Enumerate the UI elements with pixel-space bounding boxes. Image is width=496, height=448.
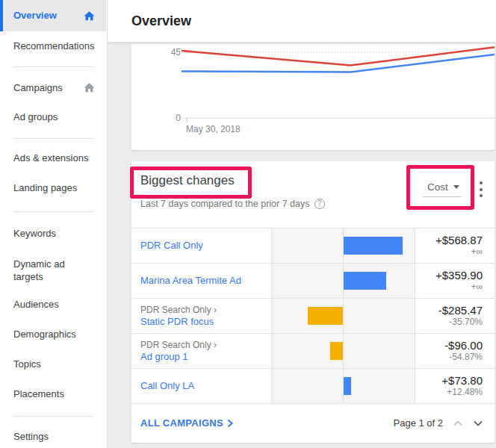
y-axis-tick-0: 0 xyxy=(160,113,181,123)
campaign-link[interactable]: PDR Call Only xyxy=(140,240,265,252)
change-percent: +∞ xyxy=(415,281,483,293)
selected-indicator xyxy=(0,0,3,31)
sidebar-item-label: Demographics xyxy=(13,329,91,340)
change-value-cell: +$359.90 +∞ xyxy=(415,264,495,298)
help-icon[interactable]: ? xyxy=(314,199,325,209)
change-value: +$568.87 xyxy=(415,234,483,246)
sidebar-item-label: Ads & extensions xyxy=(13,152,91,164)
home-icon xyxy=(83,10,96,22)
sidebar-divider xyxy=(13,138,93,139)
biggest-changes-card: Biggest changes Last 7 days compared to … xyxy=(131,161,495,443)
change-value-cell: -$96.00 -54.87% xyxy=(415,334,495,368)
campaign-name-cell: PDR Search Only › Ad group 1 xyxy=(131,334,272,368)
page-up-button[interactable] xyxy=(453,420,463,427)
change-bar xyxy=(330,342,343,360)
metric-selector-cost[interactable]: Cost xyxy=(423,181,461,197)
bar-axis-line xyxy=(343,334,344,368)
table-row: Marina Area Termite Ad +$359.90 +∞ xyxy=(131,264,495,299)
page-indicator: Page 1 of 2 xyxy=(394,417,444,429)
card-subtitle-text: Last 7 days compared to the prior 7 days xyxy=(140,199,310,209)
card-footer: ALL CAMPAIGNS Page 1 of 2 xyxy=(131,403,495,443)
change-bar-cell xyxy=(272,334,415,368)
sidebar-item-label: Keywords xyxy=(13,228,91,240)
changes-table: PDR Call Only +$568.87 +∞ xyxy=(131,228,495,404)
sidebar-divider xyxy=(13,66,93,67)
change-bar xyxy=(308,307,343,325)
google-ads-overview-screen: Overview Recommendations Campaigns Ad gr… xyxy=(0,0,496,448)
table-row: PDR Call Only +$568.87 +∞ xyxy=(131,228,495,264)
change-bar-cell xyxy=(272,369,415,403)
change-percent: +∞ xyxy=(415,246,483,258)
change-bar-cell xyxy=(272,299,415,333)
performance-chart-card: 45 0 May 30, 2018 xyxy=(131,44,495,150)
campaign-name-cell: Call Only LA xyxy=(131,369,272,403)
change-value-cell: -$285.47 -35.70% xyxy=(415,299,495,333)
sidebar-item-label: Ad groups xyxy=(13,111,91,123)
change-bar xyxy=(344,237,403,255)
change-value: -$285.47 xyxy=(415,304,483,317)
campaign-name-cell: Marina Area Termite Ad xyxy=(131,264,272,298)
parent-label: PDR Search Only › xyxy=(140,305,265,316)
sidebar-item-label: Settings xyxy=(13,431,91,443)
campaign-link[interactable]: Marina Area Termite Ad xyxy=(140,275,265,287)
caret-down-icon xyxy=(453,185,459,189)
sidebar: Overview Recommendations Campaigns Ad gr… xyxy=(0,0,108,448)
change-value: +$359.90 xyxy=(415,269,483,281)
page-down-button[interactable] xyxy=(473,420,483,427)
campaign-link[interactable]: Call Only LA xyxy=(140,380,265,392)
parent-label: PDR Search Only › xyxy=(140,340,265,351)
change-percent: -35.70% xyxy=(415,317,483,328)
all-campaigns-link[interactable]: ALL CAMPAIGNS xyxy=(140,417,233,429)
chevron-right-icon xyxy=(227,419,233,428)
sidebar-item-label: Placements xyxy=(13,388,91,400)
sidebar-item-overview[interactable]: Overview xyxy=(0,0,106,31)
campaign-name-cell: PDR Call Only xyxy=(131,228,272,263)
chevron-down-icon xyxy=(473,420,483,427)
ad-group-link[interactable]: Ad group 1 xyxy=(140,351,265,363)
change-bar xyxy=(344,377,351,395)
change-percent: +12.48% xyxy=(415,387,483,398)
table-row: PDR Search Only › Ad group 1 -$96.00 -54… xyxy=(131,334,495,369)
chevron-up-icon xyxy=(453,420,463,427)
sidebar-item-label: Landing pages xyxy=(13,182,91,194)
campaign-name-cell: PDR Search Only › Static PDR focus xyxy=(131,299,272,333)
metric-selector-label: Cost xyxy=(427,181,448,193)
sidebar-item-label: Topics xyxy=(13,358,91,370)
home-icon xyxy=(83,81,96,94)
red-series-line xyxy=(182,47,495,65)
kebab-menu-icon[interactable] xyxy=(476,181,486,197)
sidebar-item-label: Audiences xyxy=(13,299,91,311)
change-bar-cell xyxy=(272,264,415,298)
change-value-cell: +$73.80 +12.48% xyxy=(415,369,495,403)
sidebar-item-label: Overview xyxy=(13,10,91,22)
page-header: Overview xyxy=(108,0,496,43)
bar-axis-line xyxy=(343,299,344,333)
main-area: Overview 45 0 May 30, 2018 Biggest chang… xyxy=(108,0,496,448)
card-title: Biggest changes xyxy=(140,173,235,188)
content-area: 45 0 May 30, 2018 Biggest changes Last 7… xyxy=(108,43,496,448)
card-subtitle: Last 7 days compared to the prior 7 days… xyxy=(140,199,325,209)
ad-group-link[interactable]: Static PDR focus xyxy=(140,316,265,328)
table-row: PDR Search Only › Static PDR focus -$285… xyxy=(131,299,495,334)
sidebar-divider xyxy=(13,416,93,417)
y-axis-tick-45: 45 xyxy=(160,47,181,57)
sidebar-item-label: Campaigns xyxy=(13,82,91,94)
pagination: Page 1 of 2 xyxy=(394,417,484,429)
table-row: Call Only LA +$73.80 +12.48% xyxy=(131,369,495,404)
change-value: +$73.80 xyxy=(415,374,483,387)
sidebar-item-label: Recommendations xyxy=(13,40,91,52)
change-value: -$96.00 xyxy=(415,339,483,352)
all-campaigns-label: ALL CAMPAIGNS xyxy=(140,417,223,429)
x-axis-date-label: May 30, 2018 xyxy=(186,124,241,134)
blue-series-line xyxy=(182,55,495,72)
sidebar-divider xyxy=(13,211,93,212)
change-percent: -54.87% xyxy=(415,352,483,363)
sidebar-item-label: Dynamic ad targets xyxy=(13,258,84,283)
change-value-cell: +$568.87 +∞ xyxy=(415,228,495,263)
change-bar-cell xyxy=(272,228,415,263)
change-bar xyxy=(344,272,386,290)
page-title: Overview xyxy=(131,0,191,42)
